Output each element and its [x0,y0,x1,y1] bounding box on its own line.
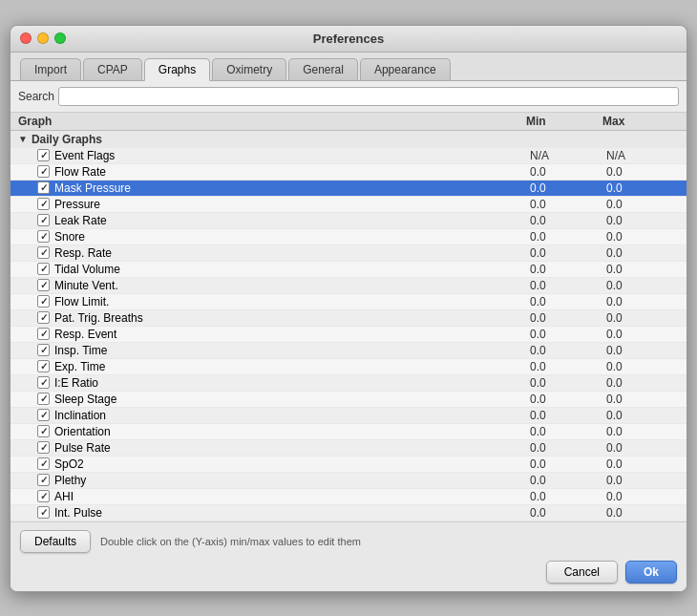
row-max[interactable]: 0.0 [602,376,679,390]
row-max[interactable]: 0.0 [602,490,679,503]
row-max[interactable]: 0.0 [602,230,679,244]
row-checkbox[interactable] [37,311,50,324]
row-max[interactable]: 0.0 [602,393,679,406]
minimize-button[interactable] [37,32,49,44]
cancel-button[interactable]: Cancel [546,561,618,584]
row-checkbox[interactable] [37,214,50,226]
tab-cpap[interactable]: CPAP [83,58,142,80]
row-checkbox[interactable] [37,328,50,340]
row-min[interactable]: 0.0 [526,328,602,341]
table-row[interactable]: Resp. Event0.00.0 [11,327,686,343]
row-max[interactable]: 0.0 [602,214,679,227]
row-checkbox[interactable] [37,393,50,405]
tab-graphs[interactable]: Graphs [144,58,210,81]
row-max[interactable]: 0.0 [602,311,679,325]
row-max[interactable]: 0.0 [602,506,679,520]
row-min[interactable]: 0.0 [526,490,602,503]
table-row[interactable]: Mask Pressure0.00.0 [11,181,686,197]
row-max[interactable]: 0.0 [602,360,679,373]
row-checkbox[interactable] [37,376,50,389]
table-row[interactable]: Inclination0.00.0 [11,408,686,424]
row-checkbox[interactable] [37,441,50,454]
table-row[interactable]: Exp. Time0.00.0 [11,359,686,375]
row-min[interactable]: 0.0 [526,198,602,211]
table-row[interactable]: Pulse Rate0.00.0 [11,440,686,457]
row-min[interactable]: 0.0 [526,279,602,292]
table-row[interactable]: AHI0.00.0 [11,489,686,505]
group-header[interactable]: ▼ Daily Graphs [11,131,686,148]
row-min[interactable]: 0.0 [526,344,602,357]
row-min[interactable]: 0.0 [526,181,602,195]
row-min[interactable]: 0.0 [526,246,602,260]
row-checkbox[interactable] [37,165,50,178]
row-min[interactable]: 0.0 [526,165,602,179]
table-row[interactable]: Plethy0.00.0 [11,473,686,489]
table-row[interactable]: Pat. Trig. Breaths0.00.0 [11,310,686,327]
maximize-button[interactable] [54,32,66,44]
table-row[interactable]: I:E Ratio0.00.0 [11,375,686,392]
search-input[interactable] [58,87,679,106]
table-row[interactable]: SpO20.00.0 [11,457,686,473]
row-checkbox[interactable] [37,295,50,308]
row-checkbox[interactable] [37,279,50,291]
table-row[interactable]: Orientation0.00.0 [11,424,686,440]
row-min[interactable]: 0.0 [526,506,602,520]
table-row[interactable]: Event FlagsN/AN/A [11,148,686,164]
row-checkbox[interactable] [37,506,50,519]
row-checkbox[interactable] [37,181,50,194]
row-min[interactable]: 0.0 [526,376,602,390]
table-row[interactable]: Minute Vent.0.00.0 [11,278,686,294]
row-checkbox[interactable] [37,425,50,437]
table-row[interactable]: Snore0.00.0 [11,229,686,245]
tab-import[interactable]: Import [20,58,81,80]
row-checkbox[interactable] [37,344,50,356]
row-min[interactable]: 0.0 [526,393,602,406]
row-min[interactable]: 0.0 [526,474,602,487]
row-checkbox[interactable] [37,490,50,502]
row-min[interactable]: 0.0 [526,441,602,455]
row-max[interactable]: 0.0 [602,457,679,471]
table-row[interactable]: Resp. Rate0.00.0 [11,245,686,262]
close-button[interactable] [20,32,32,44]
row-max[interactable]: 0.0 [602,165,679,179]
row-checkbox[interactable] [37,457,50,470]
row-min[interactable]: 0.0 [526,425,602,438]
table-row[interactable]: Leak Rate0.00.0 [11,213,686,229]
row-min[interactable]: 0.0 [526,360,602,373]
table-row[interactable]: Flow Limit.0.00.0 [11,294,686,310]
row-max[interactable]: 0.0 [602,246,679,260]
row-max[interactable]: 0.0 [602,198,679,211]
row-max[interactable]: N/A [602,149,679,162]
row-min[interactable]: 0.0 [526,295,602,308]
row-max[interactable]: 0.0 [602,344,679,357]
row-checkbox[interactable] [37,360,50,372]
tab-oximetry[interactable]: Oximetry [212,58,286,80]
row-checkbox[interactable] [37,149,50,161]
row-min[interactable]: 0.0 [526,230,602,244]
row-max[interactable]: 0.0 [602,474,679,487]
table-row[interactable]: Int. Pulse0.00.0 [11,505,686,521]
table-row[interactable]: Pressure0.00.0 [11,197,686,213]
table-body[interactable]: ▼ Daily Graphs Event FlagsN/AN/AFlow Rat… [11,131,686,521]
row-max[interactable]: 0.0 [602,263,679,276]
ok-button[interactable]: Ok [625,561,677,584]
row-max[interactable]: 0.0 [602,425,679,438]
row-checkbox[interactable] [37,198,50,210]
row-checkbox[interactable] [37,263,50,275]
row-max[interactable]: 0.0 [602,409,679,422]
row-max[interactable]: 0.0 [602,295,679,308]
row-min[interactable]: 0.0 [526,409,602,422]
row-min[interactable]: N/A [526,149,602,162]
row-max[interactable]: 0.0 [602,181,679,195]
row-checkbox[interactable] [37,230,50,243]
row-checkbox[interactable] [37,474,50,486]
table-row[interactable]: Insp. Time0.00.0 [11,343,686,359]
row-min[interactable]: 0.0 [526,214,602,227]
tab-appearance[interactable]: Appearance [360,58,451,80]
table-row[interactable]: Tidal Volume0.00.0 [11,262,686,278]
row-min[interactable]: 0.0 [526,263,602,276]
tab-general[interactable]: General [288,58,358,80]
row-checkbox[interactable] [37,409,50,421]
table-row[interactable]: Sleep Stage0.00.0 [11,392,686,408]
row-checkbox[interactable] [37,246,50,259]
